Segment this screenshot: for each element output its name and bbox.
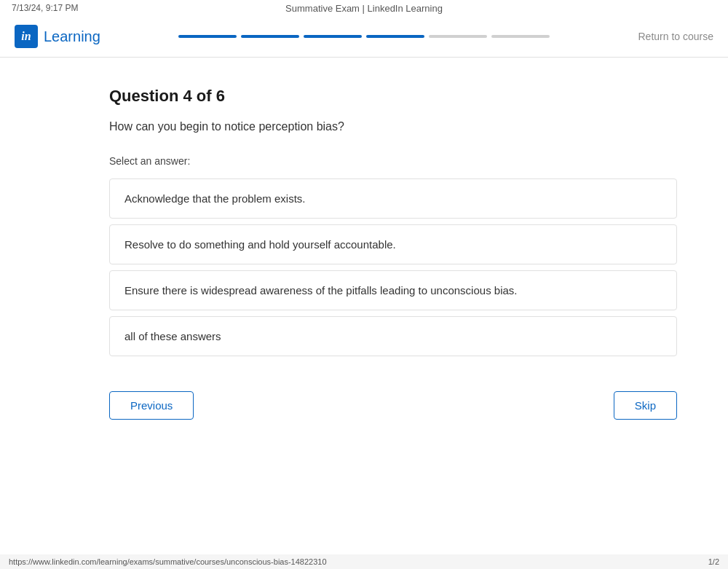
progress-segment-4 xyxy=(366,35,424,38)
question-number: Question 4 of 6 xyxy=(109,87,677,106)
previous-button[interactable]: Previous xyxy=(109,391,194,420)
progress-segment-6 xyxy=(491,35,550,38)
question-text: How can you begin to notice perception b… xyxy=(109,120,677,133)
timestamp: 7/13/24, 9:17 PM xyxy=(12,3,78,13)
header: in Learning Return to course xyxy=(0,16,728,58)
main-content: Question 4 of 6 How can you begin to not… xyxy=(36,58,692,449)
progress-segment-2 xyxy=(241,35,299,38)
progress-segment-5 xyxy=(429,35,487,38)
linkedin-logo-icon: in xyxy=(15,25,38,48)
navigation-buttons: Previous Skip xyxy=(109,391,677,420)
progress-bar xyxy=(178,35,550,38)
answer-option-a[interactable]: Acknowledge that the problem exists. xyxy=(109,178,677,219)
top-bar: 7/13/24, 9:17 PM Summative Exam | Linked… xyxy=(0,0,728,16)
return-to-course-link[interactable]: Return to course xyxy=(638,31,714,42)
page-title-center: Summative Exam | LinkedIn Learning xyxy=(285,3,443,14)
select-label: Select an answer: xyxy=(109,155,677,167)
answer-option-b[interactable]: Resolve to do something and hold yoursel… xyxy=(109,224,677,264)
answer-option-d[interactable]: all of these answers xyxy=(109,316,677,356)
logo-container: in Learning xyxy=(15,25,100,48)
progress-segment-1 xyxy=(178,35,237,38)
logo-text: Learning xyxy=(44,28,100,45)
answer-option-c[interactable]: Ensure there is widespread awareness of … xyxy=(109,270,677,310)
progress-segment-3 xyxy=(304,35,362,38)
answer-options: Acknowledge that the problem exists. Res… xyxy=(109,178,677,362)
skip-button[interactable]: Skip xyxy=(614,391,677,420)
